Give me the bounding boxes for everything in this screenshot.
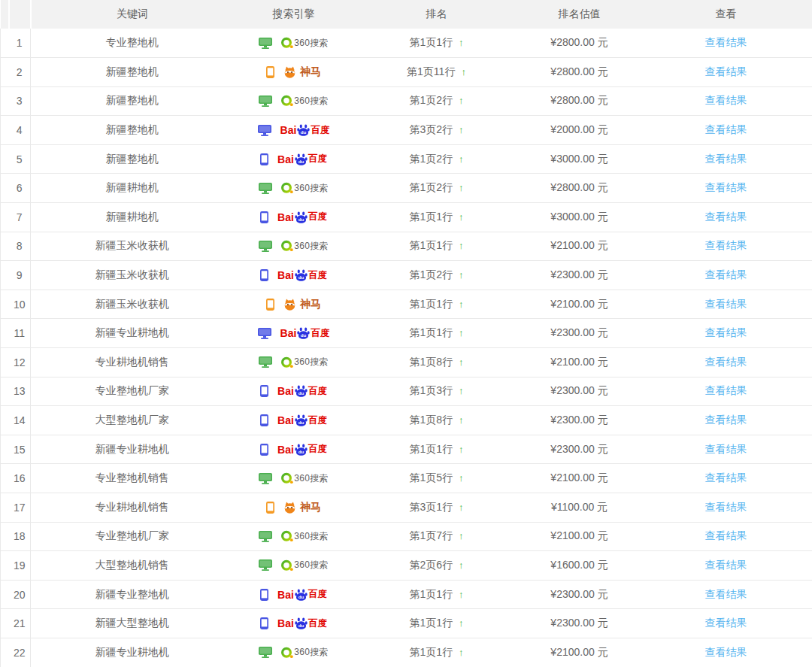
360-search-logo-icon: 360搜索 [281, 530, 329, 543]
view-result-link[interactable]: 查看结果 [705, 646, 747, 658]
view-cell: 查看结果 [640, 377, 812, 406]
table-row: 4 新疆整地机 [1, 116, 812, 145]
baidu-du-text: du [298, 159, 304, 164]
view-result-link[interactable]: 查看结果 [705, 617, 747, 629]
value-cell: ¥2300.00 元 [520, 377, 640, 406]
view-result-link[interactable]: 查看结果 [705, 298, 747, 310]
rank-cell: 第1页1行↑ [354, 290, 520, 319]
view-result-link[interactable]: 查看结果 [705, 356, 747, 368]
baidu-logo-icon: Bai du 百度 [277, 269, 327, 282]
row-index: 8 [9, 232, 31, 261]
baidu-cn-text: 百度 [308, 414, 327, 427]
row-left-spacer [1, 203, 9, 232]
view-result-link[interactable]: 查看结果 [705, 268, 747, 280]
value-cell: ¥1100.00 元 [520, 493, 640, 523]
row-index: 22 [9, 638, 31, 667]
view-result-link[interactable]: 查看结果 [705, 471, 747, 484]
view-cell: 查看结果 [640, 609, 812, 638]
table-row: 7 新疆耕地机 [1, 203, 812, 232]
engine-cell: 360搜索 神马 Bai [234, 638, 354, 667]
rank-cell: 第3页1行↑ [354, 493, 520, 523]
baidu-cn-text: 百度 [311, 327, 329, 340]
keyword-cell: 专业整地机厂家 [31, 377, 234, 406]
header-engine: 搜索引擎 [234, 0, 354, 29]
keyword-cell: 新疆整地机 [31, 86, 234, 116]
engine-cell: 360搜索 神马 Bai [234, 493, 354, 523]
rank-cell: 第1页1行↑ [354, 638, 520, 667]
trend-up-icon: ↑ [459, 299, 464, 310]
row-index: 7 [9, 203, 31, 232]
trend-up-icon: ↑ [459, 617, 464, 629]
baidu-du-text: du [298, 449, 304, 454]
view-result-link[interactable]: 查看结果 [705, 211, 747, 223]
view-result-link[interactable]: 查看结果 [705, 559, 747, 571]
rank-text: 第1页1行 [409, 617, 453, 629]
view-cell: 查看结果 [640, 522, 812, 551]
trend-up-icon: ↑ [459, 385, 464, 396]
row-index: 15 [9, 435, 31, 464]
engine-cell: 360搜索 神马 Bai [234, 464, 354, 493]
360-search-label: 360搜索 [294, 182, 329, 195]
view-result-link[interactable]: 查看结果 [705, 65, 747, 77]
value-cell: ¥2800.00 元 [520, 174, 640, 203]
trend-up-icon: ↑ [459, 472, 464, 484]
desktop-monitor-icon [259, 559, 272, 571]
view-result-link[interactable]: 查看结果 [705, 414, 747, 426]
desktop-monitor-icon [259, 531, 272, 542]
keyword-cell: 新疆玉米收获机 [31, 232, 234, 261]
baidu-du-text: du [298, 420, 304, 425]
rank-cell: 第1页2行↑ [354, 261, 520, 290]
baidu-du-text: du [298, 274, 304, 280]
rank-cell: 第1页7行↑ [354, 522, 520, 551]
view-cell: 查看结果 [640, 580, 812, 609]
trend-up-icon: ↑ [459, 414, 464, 426]
view-result-link[interactable]: 查看结果 [705, 94, 747, 106]
view-result-link[interactable]: 查看结果 [705, 326, 747, 338]
view-cell: 查看结果 [640, 464, 812, 493]
view-result-link[interactable]: 查看结果 [705, 123, 747, 135]
row-left-spacer [1, 377, 9, 406]
rank-cell: 第1页2行↑ [354, 174, 520, 203]
baidu-cn-text: 百度 [308, 385, 327, 398]
view-result-link[interactable]: 查看结果 [705, 384, 747, 396]
table-row: 22 新疆专业耕地机 [1, 638, 812, 667]
baidu-cn-text: 百度 [308, 617, 327, 630]
row-index: 18 [9, 522, 31, 551]
row-left-spacer [1, 290, 9, 319]
view-result-link[interactable]: 查看结果 [705, 153, 747, 165]
row-index: 21 [9, 609, 31, 638]
view-result-link[interactable]: 查看结果 [705, 443, 747, 455]
engine-cell: 360搜索 神马 Bai [234, 144, 354, 174]
trend-up-icon: ↑ [459, 269, 464, 280]
keyword-cell: 新疆整地机 [31, 58, 234, 87]
row-index: 9 [9, 261, 31, 290]
desktop-monitor-icon [259, 356, 272, 368]
row-left-spacer [1, 29, 9, 58]
view-result-link[interactable]: 查看结果 [705, 501, 747, 513]
rank-text: 第1页2行 [409, 181, 453, 193]
view-result-link[interactable]: 查看结果 [705, 529, 747, 541]
row-left-spacer [1, 609, 9, 638]
view-result-link[interactable]: 查看结果 [705, 181, 747, 193]
engine-cell: 360搜索 神马 Bai [234, 232, 354, 261]
view-result-link[interactable]: 查看结果 [705, 36, 747, 48]
trend-up-icon: ↑ [459, 502, 464, 513]
table-row: 17 专业耕地机销售 [1, 493, 812, 523]
view-result-link[interactable]: 查看结果 [705, 239, 747, 251]
keyword-cell: 新疆大型整地机 [31, 609, 234, 638]
row-left-spacer [1, 435, 9, 464]
rank-text: 第1页1行 [409, 211, 453, 223]
row-index: 5 [9, 144, 31, 174]
rank-text: 第1页8行 [409, 414, 453, 426]
table-row: 12 专业耕地机销售 [1, 348, 812, 377]
rank-text: 第3页1行 [409, 501, 453, 513]
360-search-logo-icon: 360搜索 [281, 182, 329, 195]
engine-cell: 360搜索 神马 Bai [234, 435, 354, 464]
view-cell: 查看结果 [640, 116, 812, 145]
view-result-link[interactable]: 查看结果 [705, 588, 747, 600]
baidu-cn-text: 百度 [308, 269, 327, 282]
keyword-cell: 新疆专业耕地机 [31, 435, 234, 464]
row-index: 17 [9, 493, 31, 523]
value-cell: ¥2800.00 元 [520, 29, 640, 58]
row-index: 1 [9, 29, 31, 58]
